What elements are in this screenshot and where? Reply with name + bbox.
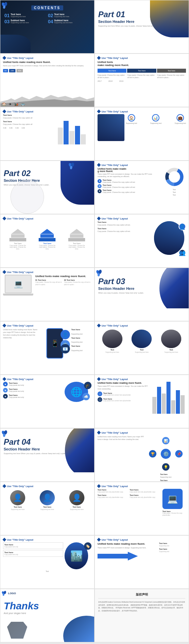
part4-city-photo bbox=[57, 429, 94, 472]
slide9-header: Use "Title Only" Layout bbox=[3, 217, 91, 220]
slide-row-8: Use "Title Only" Layout ● Text here Copy… bbox=[0, 375, 189, 428]
slide16-title: Use "Title Only" Layout bbox=[102, 378, 128, 380]
blob-sub-2: Supporting text here bbox=[131, 351, 152, 353]
slide18-header: Use "Title Only" Layout bbox=[98, 431, 186, 434]
slide13-header: Use "Title Only" Layout bbox=[3, 324, 91, 327]
tr1-title-r: Text here bbox=[130, 489, 161, 491]
year-labels: 2017 2018 2019 bbox=[98, 80, 186, 82]
pie-label-3: Text bbox=[173, 194, 176, 196]
tab-3[interactable]: Text here bbox=[157, 69, 186, 73]
text-body-2: Copy-paste. Choose the copy option all bbox=[3, 123, 56, 126]
bullet-3: ★ bbox=[98, 189, 102, 193]
bc-5 bbox=[171, 400, 175, 414]
item-sub-3: Supporting sub text here bbox=[11, 22, 29, 24]
diamond-icon-15 bbox=[2, 377, 6, 381]
logo-text: LOGO bbox=[8, 592, 16, 595]
diamond-icon-10 bbox=[97, 216, 101, 220]
list-row-3: ● Text here Copy-paste text only bbox=[3, 394, 60, 399]
slide-10: Use "Title Only" Layout Text here Copy-p… bbox=[95, 214, 189, 268]
connection-diagram: ⚙️ 📊 💡 🏆 📌 bbox=[147, 435, 184, 472]
slide3-header: Use "Title Only" Layout bbox=[3, 57, 91, 59]
bc-2 bbox=[157, 387, 161, 414]
text-sub-r3: Supporting text bbox=[71, 349, 91, 352]
node-bottom: 💡 bbox=[162, 463, 169, 471]
pyramid-mid-3 bbox=[70, 234, 83, 238]
blob-item-1: Text Supporting text here bbox=[102, 330, 122, 353]
thanks-slogan: And your slogan here bbox=[4, 612, 91, 614]
person-item-2: 👤 Text here Supporting text here bbox=[38, 490, 56, 510]
slide15-right: 🌐 🎓 ☁️ bbox=[61, 382, 91, 402]
slide-14: Use "Title Only" Layout Text Supporting … bbox=[95, 321, 189, 375]
bar-gray-3 bbox=[81, 134, 86, 144]
col-title-r: 02 Text here bbox=[64, 279, 92, 281]
col-title-l: 01 Text here bbox=[35, 279, 63, 281]
diamond-icon-6 bbox=[97, 109, 101, 113]
person-name-1: Text here bbox=[14, 506, 22, 508]
tr2-right: Text here Copy-paste text only placehold… bbox=[130, 494, 161, 499]
icon-item-2: 📊 Supporting text bbox=[150, 114, 162, 124]
slide10-left: Text here Copy-paste. Choose the copy op… bbox=[98, 221, 151, 258]
slide14-title: Use "Title Only" Layout bbox=[102, 325, 128, 327]
slide-7: Part 02 Section Header Here When you cop… bbox=[0, 161, 95, 214]
slide-6: Use "Title Only" Layout 🏠 Supporting tex… bbox=[95, 107, 189, 161]
tab-2[interactable]: Text here bbox=[127, 69, 156, 73]
blob-text-1: Text bbox=[110, 349, 114, 351]
thanks-city-photo bbox=[57, 612, 94, 642]
slide22-left: Unified fonts make reading more fluent. … bbox=[98, 542, 158, 561]
list-row-2: ● Text here Copy-paste text only bbox=[3, 388, 60, 393]
item-title-2: Text here bbox=[54, 13, 69, 15]
tr2-title-l: Text here bbox=[98, 494, 129, 496]
slide20-left: Text here Copy-paste text only placehold… bbox=[98, 489, 161, 517]
text-box-2: Text here Copy-paste text only bbox=[3, 550, 63, 557]
slide-12: Part 03 Section Header Here When you cop… bbox=[95, 268, 189, 321]
slide-row-4: Part 02 Section Header Here When you cop… bbox=[0, 161, 189, 214]
node-right: 📌 bbox=[175, 450, 183, 457]
list-s3: Copy-paste text only bbox=[9, 396, 24, 398]
slide4-subtitle: Unified fontsmake reading more fluent. bbox=[98, 61, 186, 67]
slide-15: Use "Title Only" Layout ● Text here Copy… bbox=[0, 375, 95, 428]
bar-gray-1 bbox=[58, 128, 63, 144]
circle-icon-3: 💼 bbox=[177, 114, 184, 122]
slide18-text: Unified fonts make reading more fluent. … bbox=[98, 435, 144, 482]
circle-deco-7 bbox=[10, 180, 44, 214]
node-left: 🏆 bbox=[149, 450, 156, 457]
bc-3 bbox=[162, 394, 166, 414]
text-row-2: Text here Copy-paste text only placehold… bbox=[98, 494, 161, 499]
stat-3: 40K bbox=[16, 69, 23, 72]
slide22-header: Use "Title Only" Layout bbox=[98, 538, 186, 541]
contents-grid: 01 Text here Supporting text here 02 Tex… bbox=[3, 13, 91, 24]
tab-1[interactable]: Text here bbox=[98, 69, 126, 73]
item16-1: ⬡ Text here Copy paste text content here… bbox=[98, 392, 151, 396]
bar-gray-2 bbox=[69, 131, 74, 144]
person-name-2: Text here bbox=[43, 506, 51, 508]
diamond-icon-9 bbox=[2, 216, 6, 220]
tr1-sub-r: Copy-paste text only placeholder copy bbox=[130, 491, 161, 493]
slide-22: Use "Title Only" Layout Unified fonts ma… bbox=[95, 535, 189, 589]
pyramid-top-3 bbox=[70, 229, 83, 234]
flower-deco-7 bbox=[69, 163, 76, 169]
pyramid-label-1: Text here bbox=[14, 242, 22, 244]
list-icon-1: ● bbox=[3, 382, 8, 386]
slide16-content: Unified fonts make reading more fluent. … bbox=[98, 382, 186, 415]
slide22-sub: Unified fonts make reading more fluent. bbox=[98, 542, 158, 546]
slide8-header: Use "Title Only" Layout bbox=[98, 164, 186, 166]
slide14-header: Use "Title Only" Layout bbox=[98, 324, 186, 327]
slide10-title: Use "Title Only" Layout bbox=[102, 217, 128, 220]
person-icon-2: 👥 bbox=[179, 249, 186, 257]
slide22-right: Text here Supporting text Text here Supp… bbox=[159, 542, 186, 561]
diamond-icon-8 bbox=[97, 163, 101, 167]
bullet-2: ★ bbox=[98, 184, 102, 188]
slide11-heading: Unified fonts make reading more fluent. bbox=[35, 275, 91, 278]
slide11-cols: 01 Text here Copy-paste. Choose the copy… bbox=[35, 279, 91, 286]
slide21-header: Use "Title Only" Layout bbox=[3, 538, 91, 541]
text-row-1: Text here Copy-paste text only placehold… bbox=[98, 489, 161, 493]
diamond-icon-3 bbox=[2, 56, 6, 60]
right-sub-1: Supporting text bbox=[159, 545, 186, 547]
text-sub-r1: Supporting text bbox=[71, 333, 91, 335]
list-item-3: ★ Text here Copy-paste. Choose the copy … bbox=[98, 189, 160, 193]
bc-4 bbox=[166, 382, 171, 414]
item16-2: ⬡ Text here Copy paste text content here… bbox=[98, 397, 151, 402]
slide-row-10: Use "Title Only" Layout 👤 Text here Supp… bbox=[0, 482, 189, 535]
item-num-2: 02 bbox=[48, 13, 53, 18]
slide5-text: Text here Copy-paste. Choose the copy op… bbox=[3, 114, 56, 148]
